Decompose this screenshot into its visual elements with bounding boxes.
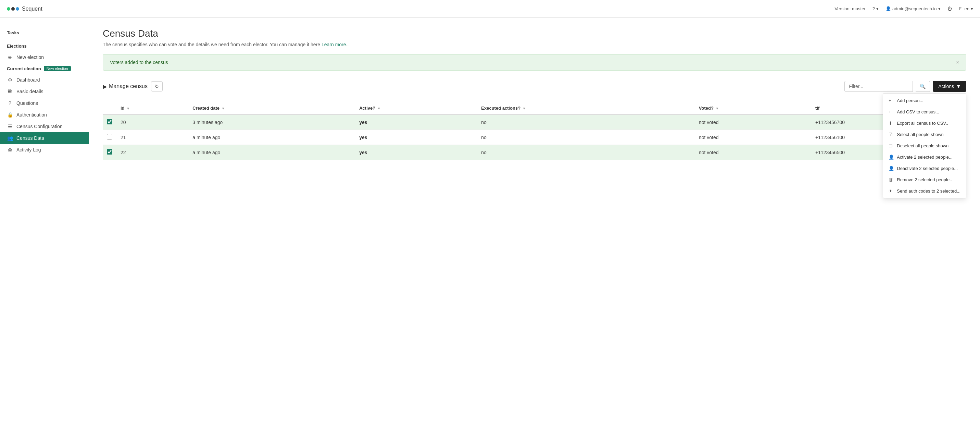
language-menu[interactable]: 🏳 en ▾ <box>959 6 973 11</box>
sidebar-item-census-configuration[interactable]: ☰ Census Configuration <box>0 121 89 132</box>
dropdown-export-csv[interactable]: ⬇ Export all census to CSV.. <box>883 118 966 129</box>
sidebar-questions-label: Questions <box>16 101 38 106</box>
lang-chevron: ▾ <box>971 6 973 11</box>
add-person-label: Add person... <box>897 98 923 103</box>
sidebar-item-census-data[interactable]: 👥 Census Data <box>0 132 89 144</box>
th-checkbox <box>103 102 116 115</box>
power-button[interactable]: ⏻ <box>947 6 952 11</box>
add-person-icon: + <box>889 98 894 103</box>
alert-close-button[interactable]: × <box>956 59 959 66</box>
row-active: yes <box>355 145 477 160</box>
dropdown-select-all[interactable]: ☑ Select all people shown <box>883 129 966 140</box>
sidebar-census-data-label: Census Data <box>16 135 44 141</box>
current-election-label: Current election <box>7 66 41 71</box>
remove-icon: 🗑 <box>889 177 894 182</box>
deselect-all-label: Deselect all people shown <box>897 143 948 149</box>
export-csv-icon: ⬇ <box>889 121 894 126</box>
census-config-icon: ☰ <box>7 124 13 129</box>
actions-dropdown: + Add person... + Add CSV to census... ⬇… <box>883 93 966 198</box>
sidebar-item-authentication[interactable]: 🔒 Authentication <box>0 109 89 121</box>
dropdown-add-person[interactable]: + Add person... <box>883 95 966 106</box>
actions-container: Actions ▼ + Add person... + Add CSV to c… <box>933 81 966 92</box>
help-menu[interactable]: ? ▾ <box>872 6 879 11</box>
export-csv-label: Export all census to CSV.. <box>897 121 948 126</box>
user-menu[interactable]: 👤 admin@sequentech.io ▾ <box>886 6 940 11</box>
basic-details-icon: 🏛 <box>7 89 13 94</box>
search-icon: 🔍 <box>920 84 926 89</box>
sidebar-basic-details-label: Basic details <box>16 89 43 94</box>
voted-sort-icon: ▼ <box>716 107 719 110</box>
flag-icon: 🏳 <box>959 6 963 11</box>
dropdown-remove-selected[interactable]: 🗑 Remove 2 selected people.. <box>883 174 966 185</box>
row-active: yes <box>355 115 477 130</box>
table-body: 20 3 minutes ago yes no not voted +11234… <box>103 115 966 160</box>
send-auth-label: Send auth codes to 2 selected... <box>897 189 961 193</box>
row-checkbox-cell[interactable] <box>103 130 116 145</box>
dropdown-send-auth-codes[interactable]: ✈ Send auth codes to 2 selected... <box>883 185 966 197</box>
dropdown-deselect-all[interactable]: ☐ Deselect all people shown <box>883 140 966 152</box>
sidebar-authentication-label: Authentication <box>16 112 47 118</box>
page-title: Census Data <box>103 28 966 39</box>
dropdown-deactivate-selected[interactable]: 👤 Deactivate 2 selected people... <box>883 163 966 174</box>
remove-selected-label: Remove 2 selected people.. <box>897 177 952 182</box>
th-created-date[interactable]: Created date ▼ <box>188 102 355 115</box>
current-election-row: Current election New election <box>0 63 89 74</box>
sidebar-item-dashboard[interactable]: ⚙ Dashboard <box>0 74 89 86</box>
actions-button[interactable]: Actions ▼ <box>933 81 966 92</box>
table-row: 20 3 minutes ago yes no not voted +11234… <box>103 115 966 130</box>
sidebar-item-questions[interactable]: ? Questions <box>0 97 89 109</box>
user-label: admin@sequentech.io <box>892 6 937 11</box>
alert-message: Voters added to the census <box>110 60 168 65</box>
filter-input[interactable] <box>845 81 913 92</box>
send-auth-icon: ✈ <box>889 189 894 193</box>
th-executed[interactable]: Executed actions? ▼ <box>477 102 695 115</box>
logo-dot-dark <box>11 7 15 11</box>
sidebar-item-new-election[interactable]: ⊕ New election <box>0 51 89 63</box>
learn-more-link[interactable]: Learn more.. <box>321 42 348 47</box>
actions-chevron-icon: ▼ <box>956 84 961 89</box>
row-executed: no <box>477 115 695 130</box>
manage-census-label: Manage census <box>109 83 148 89</box>
sidebar-item-basic-details[interactable]: 🏛 Basic details <box>0 86 89 97</box>
row-executed: no <box>477 145 695 160</box>
table-row: 21 a minute ago yes no not voted +112345… <box>103 130 966 145</box>
select-all-icon: ☑ <box>889 132 894 137</box>
page-description: The census specifies who can vote and th… <box>103 42 966 47</box>
th-voted[interactable]: Voted? ▼ <box>695 102 811 115</box>
th-id[interactable]: Id ▼ <box>116 102 188 115</box>
sidebar-activity-log-label: Activity Log <box>16 147 41 152</box>
logo-dots <box>7 7 19 11</box>
deactivate-selected-label: Deactivate 2 selected people... <box>897 166 958 171</box>
row-checkbox-cell[interactable] <box>103 115 116 130</box>
dropdown-add-csv[interactable]: + Add CSV to census... <box>883 106 966 118</box>
manage-census-title[interactable]: ▶ Manage census <box>103 83 148 90</box>
row-voted: not voted <box>695 130 811 145</box>
sidebar-item-activity-log[interactable]: ◎ Activity Log <box>0 144 89 155</box>
row-created: a minute ago <box>188 130 355 145</box>
top-navbar: Sequent Version: master ? ▾ 👤 admin@sequ… <box>0 0 980 18</box>
row-id: 21 <box>116 130 188 145</box>
version-label: Version: master <box>834 6 865 11</box>
row-checkbox-20[interactable] <box>107 119 112 125</box>
sidebar-dashboard-label: Dashboard <box>16 77 40 83</box>
plus-icon: ⊕ <box>7 54 13 60</box>
census-data-icon: 👥 <box>7 135 13 141</box>
manage-right: 🔍 Actions ▼ + Add person... + <box>845 81 966 92</box>
authentication-icon: 🔒 <box>7 112 13 118</box>
topnav-right: Version: master ? ▾ 👤 admin@sequentech.i… <box>834 6 973 11</box>
row-checkbox-cell[interactable] <box>103 145 116 160</box>
row-checkbox-21[interactable] <box>107 134 112 139</box>
refresh-button[interactable]: ↻ <box>151 81 163 91</box>
dropdown-activate-selected[interactable]: 👤 Activate 2 selected people... <box>883 152 966 163</box>
search-button[interactable]: 🔍 <box>916 81 930 92</box>
row-checkbox-22[interactable] <box>107 149 112 155</box>
activate-icon: 👤 <box>889 155 894 160</box>
manage-chevron-icon: ▶ <box>103 83 107 90</box>
th-active[interactable]: Active? ▼ <box>355 102 477 115</box>
activity-log-icon: ◎ <box>7 147 13 152</box>
new-election-label: New election <box>16 54 44 60</box>
created-sort-icon: ▼ <box>221 107 225 110</box>
row-executed: no <box>477 130 695 145</box>
page-desc-text: The census specifies who can vote and th… <box>103 42 320 47</box>
add-csv-label: Add CSV to census... <box>897 109 939 115</box>
